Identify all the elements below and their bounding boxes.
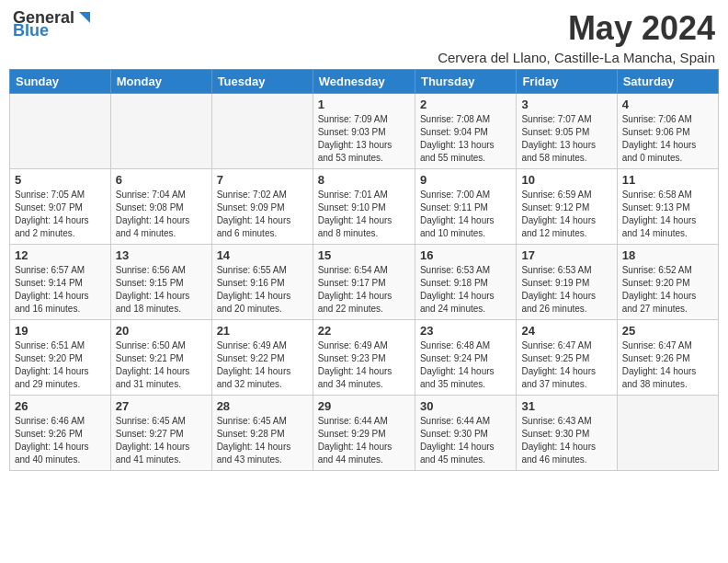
day-number: 25 (622, 324, 713, 338)
calendar-day-cell: 17Sunrise: 6:53 AM Sunset: 9:19 PM Dayli… (517, 245, 617, 320)
day-info-text: Sunrise: 6:47 AM Sunset: 9:25 PM Dayligh… (521, 339, 611, 391)
day-number: 19 (15, 324, 106, 338)
calendar-day-cell: 26Sunrise: 6:46 AM Sunset: 9:26 PM Dayli… (10, 396, 111, 471)
day-info-text: Sunrise: 6:52 AM Sunset: 9:20 PM Dayligh… (622, 264, 713, 316)
day-number: 4 (622, 98, 713, 111)
calendar-day-cell: 12Sunrise: 6:57 AM Sunset: 9:14 PM Dayli… (10, 245, 111, 320)
day-of-week-header: Tuesday (211, 70, 313, 94)
calendar-day-cell: 23Sunrise: 6:48 AM Sunset: 9:24 PM Dayli… (415, 320, 516, 396)
svg-marker-0 (79, 12, 90, 23)
day-number: 21 (217, 324, 308, 338)
day-number: 31 (521, 399, 611, 413)
day-info-text: Sunrise: 6:57 AM Sunset: 9:14 PM Dayligh… (15, 264, 106, 316)
day-info-text: Sunrise: 6:44 AM Sunset: 9:30 PM Dayligh… (420, 415, 511, 466)
calendar-day-cell: 1Sunrise: 7:09 AM Sunset: 9:03 PM Daylig… (313, 94, 415, 169)
day-info-text: Sunrise: 6:50 AM Sunset: 9:21 PM Dayligh… (116, 339, 207, 391)
day-info-text: Sunrise: 6:45 AM Sunset: 9:27 PM Dayligh… (116, 415, 207, 466)
day-info-text: Sunrise: 6:49 AM Sunset: 9:22 PM Dayligh… (217, 339, 308, 391)
day-info-text: Sunrise: 7:06 AM Sunset: 9:06 PM Dayligh… (622, 113, 713, 165)
day-info-text: Sunrise: 7:04 AM Sunset: 9:08 PM Dayligh… (116, 189, 207, 240)
day-number: 5 (15, 173, 106, 187)
day-number: 13 (116, 248, 207, 262)
day-info-text: Sunrise: 6:53 AM Sunset: 9:19 PM Dayligh… (521, 264, 611, 316)
calendar-day-cell: 20Sunrise: 6:50 AM Sunset: 9:21 PM Dayli… (110, 320, 211, 396)
calendar-day-cell: 18Sunrise: 6:52 AM Sunset: 9:20 PM Dayli… (617, 245, 718, 320)
day-info-text: Sunrise: 6:48 AM Sunset: 9:24 PM Dayligh… (420, 339, 511, 391)
calendar-day-cell (10, 94, 111, 169)
calendar-day-cell (617, 396, 718, 471)
logo-triangle-icon (75, 10, 90, 25)
day-of-week-header: Sunday (10, 70, 111, 94)
day-number: 29 (318, 399, 410, 413)
day-number: 23 (420, 324, 511, 338)
calendar-day-cell: 24Sunrise: 6:47 AM Sunset: 9:25 PM Dayli… (517, 320, 617, 396)
calendar-table: SundayMondayTuesdayWednesdayThursdayFrid… (9, 69, 719, 471)
day-of-week-header: Saturday (617, 70, 718, 94)
day-number: 17 (521, 248, 611, 262)
day-number: 27 (116, 399, 207, 413)
logo: General Blue (13, 9, 90, 39)
day-number: 26 (15, 399, 106, 413)
calendar-day-cell: 6Sunrise: 7:04 AM Sunset: 9:08 PM Daylig… (110, 169, 211, 245)
day-number: 1 (318, 98, 410, 111)
day-number: 3 (521, 98, 611, 111)
day-number: 18 (622, 248, 713, 262)
day-of-week-header: Wednesday (313, 70, 415, 94)
day-number: 8 (318, 173, 410, 187)
day-info-text: Sunrise: 7:00 AM Sunset: 9:11 PM Dayligh… (420, 189, 511, 240)
day-info-text: Sunrise: 6:59 AM Sunset: 9:12 PM Dayligh… (521, 189, 611, 240)
day-info-text: Sunrise: 6:43 AM Sunset: 9:30 PM Dayligh… (521, 415, 611, 466)
day-number: 14 (217, 248, 308, 262)
calendar-day-cell: 2Sunrise: 7:08 AM Sunset: 9:04 PM Daylig… (415, 94, 516, 169)
day-number: 30 (420, 399, 511, 413)
calendar-day-cell: 11Sunrise: 6:58 AM Sunset: 9:13 PM Dayli… (617, 169, 718, 245)
location-subtitle: Cervera del Llano, Castille-La Mancha, S… (438, 50, 715, 65)
calendar-day-cell: 13Sunrise: 6:56 AM Sunset: 9:15 PM Dayli… (110, 245, 211, 320)
calendar-header-row: SundayMondayTuesdayWednesdayThursdayFrid… (10, 70, 719, 94)
calendar-day-cell (110, 94, 211, 169)
calendar-day-cell: 14Sunrise: 6:55 AM Sunset: 9:16 PM Dayli… (211, 245, 313, 320)
day-of-week-header: Thursday (415, 70, 516, 94)
calendar-day-cell: 19Sunrise: 6:51 AM Sunset: 9:20 PM Dayli… (10, 320, 111, 396)
day-info-text: Sunrise: 6:54 AM Sunset: 9:17 PM Dayligh… (318, 264, 410, 316)
calendar-week-row: 26Sunrise: 6:46 AM Sunset: 9:26 PM Dayli… (10, 396, 719, 471)
day-info-text: Sunrise: 6:51 AM Sunset: 9:20 PM Dayligh… (15, 339, 106, 391)
day-of-week-header: Friday (517, 70, 617, 94)
calendar-day-cell: 29Sunrise: 6:44 AM Sunset: 9:29 PM Dayli… (313, 396, 415, 471)
calendar-day-cell: 27Sunrise: 6:45 AM Sunset: 9:27 PM Dayli… (110, 396, 211, 471)
day-info-text: Sunrise: 6:47 AM Sunset: 9:26 PM Dayligh… (622, 339, 713, 391)
calendar-week-row: 5Sunrise: 7:05 AM Sunset: 9:07 PM Daylig… (10, 169, 719, 245)
day-number: 10 (521, 173, 611, 187)
month-year-title: May 2024 (438, 9, 715, 48)
page-header: General Blue May 2024 Cervera del Llano,… (9, 9, 719, 65)
calendar-day-cell: 21Sunrise: 6:49 AM Sunset: 9:22 PM Dayli… (211, 320, 313, 396)
day-number: 22 (318, 324, 410, 338)
calendar-day-cell: 8Sunrise: 7:01 AM Sunset: 9:10 PM Daylig… (313, 169, 415, 245)
calendar-week-row: 12Sunrise: 6:57 AM Sunset: 9:14 PM Dayli… (10, 245, 719, 320)
day-info-text: Sunrise: 7:09 AM Sunset: 9:03 PM Dayligh… (318, 113, 410, 165)
day-info-text: Sunrise: 6:44 AM Sunset: 9:29 PM Dayligh… (318, 415, 410, 466)
day-info-text: Sunrise: 6:53 AM Sunset: 9:18 PM Dayligh… (420, 264, 511, 316)
calendar-week-row: 1Sunrise: 7:09 AM Sunset: 9:03 PM Daylig… (10, 94, 719, 169)
calendar-day-cell: 16Sunrise: 6:53 AM Sunset: 9:18 PM Dayli… (415, 245, 516, 320)
day-number: 16 (420, 248, 511, 262)
calendar-day-cell (211, 94, 313, 169)
day-info-text: Sunrise: 7:02 AM Sunset: 9:09 PM Dayligh… (217, 189, 308, 240)
day-info-text: Sunrise: 7:05 AM Sunset: 9:07 PM Dayligh… (15, 189, 106, 240)
day-number: 2 (420, 98, 511, 111)
calendar-day-cell: 22Sunrise: 6:49 AM Sunset: 9:23 PM Dayli… (313, 320, 415, 396)
calendar-week-row: 19Sunrise: 6:51 AM Sunset: 9:20 PM Dayli… (10, 320, 719, 396)
day-number: 7 (217, 173, 308, 187)
calendar-day-cell: 4Sunrise: 7:06 AM Sunset: 9:06 PM Daylig… (617, 94, 718, 169)
day-info-text: Sunrise: 6:55 AM Sunset: 9:16 PM Dayligh… (217, 264, 308, 316)
day-number: 6 (116, 173, 207, 187)
day-number: 20 (116, 324, 207, 338)
calendar-day-cell: 31Sunrise: 6:43 AM Sunset: 9:30 PM Dayli… (517, 396, 617, 471)
day-info-text: Sunrise: 6:45 AM Sunset: 9:28 PM Dayligh… (217, 415, 308, 466)
day-number: 12 (15, 248, 106, 262)
calendar-day-cell: 30Sunrise: 6:44 AM Sunset: 9:30 PM Dayli… (415, 396, 516, 471)
calendar-day-cell: 7Sunrise: 7:02 AM Sunset: 9:09 PM Daylig… (211, 169, 313, 245)
day-of-week-header: Monday (110, 70, 211, 94)
title-block: May 2024 Cervera del Llano, Castille-La … (438, 9, 715, 65)
day-number: 11 (622, 173, 713, 187)
